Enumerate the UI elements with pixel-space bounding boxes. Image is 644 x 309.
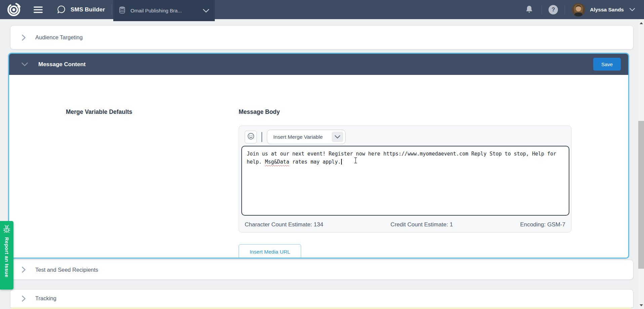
merge-variable-defaults-heading: Merge Variable Defaults [66,108,132,116]
environment-selector[interactable]: Omail Publishing Bra... [113,0,215,21]
report-an-issue-tab[interactable]: Report an Issue [0,221,13,290]
notifications-bell-icon[interactable] [525,5,533,14]
message-content-body: Merge Variable Defaults Message Body [9,75,628,259]
help-icon[interactable]: ? [549,5,558,14]
chevron-down-icon [21,62,28,67]
message-text-line1: Join us at our next event! Register now … [247,150,564,158]
insert-media-url-button[interactable]: Insert Media URL [239,244,301,259]
message-text-line2: help. Msg&Data rates may apply. [247,158,564,166]
message-body-textarea[interactable]: Join us at our next event! Register now … [241,146,569,216]
smiley-icon [247,133,254,141]
tracking-header[interactable]: Tracking [10,290,633,307]
ibeam-cursor [354,157,358,166]
vertical-scrollbar[interactable] [638,19,644,309]
navbar-divider [112,5,112,15]
user-avatar[interactable] [572,3,585,16]
test-and-seed-section: Test and Seed Recipients [10,260,633,279]
database-icon [119,6,126,15]
user-name[interactable]: Alyssa Sands [590,7,624,13]
chat-bubble-icon [57,5,66,14]
section-title: Test and Seed Recipients [35,267,98,273]
environment-label: Omail Publishing Bra... [130,8,182,13]
scroll-down-arrow[interactable] [638,302,644,308]
insert-merge-variable-label: Insert Merge Variable [273,134,332,140]
section-title: Message Content [38,61,86,68]
message-body-heading: Message Body [239,108,280,116]
scrollbar-thumb[interactable] [638,121,644,269]
section-title: Audience Targeting [35,34,83,41]
chevron-right-icon [22,295,26,302]
report-an-issue-label: Report an Issue [4,237,10,277]
hamburger-menu-icon[interactable] [34,6,43,13]
chevron-down-icon [332,132,343,142]
save-button[interactable]: Save [593,58,621,71]
section-title: Tracking [35,295,56,302]
message-content-section: Message Content Save Merge Variable Defa… [8,53,629,259]
encoding-value: Encoding:GSM-7 [520,221,565,228]
credit-count-estimate: Credit Count Estimate:1 [391,221,453,228]
spellcheck-flagged-text: Msg&Data [265,159,289,165]
text-caret [341,159,342,165]
app-title: SMS Builder [71,6,105,13]
message-editor-panel: Insert Merge Variable Join us at our nex… [239,126,571,232]
chevron-right-icon [22,34,26,41]
message-stats-bar: Character Count Estimate:134 Credit Coun… [239,221,571,228]
toolbar-divider [261,132,262,142]
test-and-seed-header[interactable]: Test and Seed Recipients [10,260,633,279]
sms-builder-page: SMS Builder Omail Publishing Bra... [0,0,644,309]
next-section-edge [11,307,631,309]
audience-targeting-header[interactable]: Audience Targeting [10,26,633,49]
message-content-header[interactable]: Message Content Save [9,54,628,75]
top-navbar: SMS Builder Omail Publishing Bra... [0,0,644,19]
emoji-picker-button[interactable] [245,131,257,143]
scroll-up-arrow[interactable] [638,20,644,26]
navbar-divider [565,5,565,14]
editor-toolbar: Insert Merge Variable [245,130,346,144]
chevron-down-icon[interactable] [629,8,635,11]
navbar-divider [541,5,542,14]
chevron-down-icon [203,9,209,13]
audience-targeting-section: Audience Targeting [10,26,633,49]
character-count-estimate: Character Count Estimate:134 [245,221,323,228]
bug-icon [3,224,11,234]
chevron-right-icon [22,266,26,273]
tracking-section: Tracking [10,290,633,307]
insert-merge-variable-dropdown[interactable]: Insert Merge Variable [267,130,346,144]
omeda-logo-icon[interactable] [6,2,22,17]
